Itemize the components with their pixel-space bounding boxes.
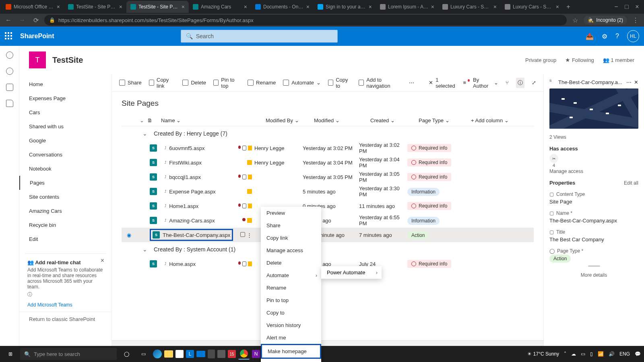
close-tab-icon[interactable]: × — [119, 4, 122, 10]
reload-button[interactable]: ⟳ — [31, 15, 41, 25]
close-tab-icon[interactable]: × — [369, 4, 372, 10]
col-created[interactable]: Created ⌄ — [370, 117, 419, 123]
tray-icon[interactable]: ▭ — [581, 351, 585, 357]
col-name[interactable]: Name ⌄ — [161, 117, 250, 123]
mail-icon[interactable] — [196, 351, 205, 357]
list-row[interactable]: S ⤴FirstWiki.aspx Henry LeggeYesterday a… — [122, 155, 534, 170]
menu-item-rename[interactable]: Rename — [261, 282, 321, 294]
cmd-pin[interactable]: Pin to top — [213, 77, 240, 89]
clear-selection-icon[interactable]: ✕ — [429, 80, 433, 86]
browser-tab[interactable]: TestSite - Site Pages -× — [64, 1, 126, 13]
close-pane-icon[interactable]: ✕ — [634, 79, 638, 85]
resize-grip[interactable] — [588, 265, 600, 267]
close-tab-icon[interactable]: × — [556, 4, 559, 10]
list-row[interactable]: S ⤴Home1.aspx 0 minutes ago11 minutes ag… — [122, 199, 534, 213]
wifi-icon[interactable]: 📶 — [598, 351, 604, 357]
nav-item[interactable]: Shared with us — [19, 119, 111, 134]
calc-icon[interactable] — [208, 350, 215, 358]
row-checkbox-checked[interactable]: ◉ — [127, 232, 131, 238]
list-row[interactable]: S ⤴6uovmnf5.aspx Henry LeggeYesterday at… — [122, 141, 534, 155]
chevron-down-icon[interactable]: ⌄ — [140, 130, 150, 137]
menu-item-version-history[interactable]: Version history — [261, 319, 321, 331]
incognito-indicator[interactable]: 🕵️ Incognito (2) — [584, 16, 627, 25]
filter-button[interactable]: ⑂ — [506, 80, 509, 86]
pagetype-value[interactable]: Action — [549, 255, 571, 263]
details-pane-toggle[interactable]: ⓘ — [516, 78, 524, 88]
close-tab-icon[interactable]: × — [493, 4, 497, 10]
menu-item-delete[interactable]: Delete — [261, 257, 321, 269]
file-type-header[interactable]: 🗎 — [147, 117, 161, 123]
browser-tab[interactable]: Luxury Cars - Sedans,× — [438, 1, 501, 13]
close-window[interactable]: × — [632, 2, 642, 12]
maximize-window[interactable]: □ — [621, 2, 632, 12]
nav-item[interactable]: Edit — [19, 232, 111, 246]
menu-item-more[interactable]: More — [261, 359, 321, 362]
nav-item[interactable]: Pages — [19, 176, 111, 190]
account-avatar[interactable]: HL — [627, 30, 639, 42]
nav-item[interactable]: Notebook — [19, 162, 111, 176]
browser-tab[interactable]: Sign in to your accou× — [314, 1, 376, 13]
required-info-badge[interactable]: Required info — [407, 202, 451, 210]
members-link[interactable]: 👥 1 member — [603, 57, 634, 63]
cmd-copy-to[interactable]: Copy to — [328, 77, 351, 89]
nav-item[interactable]: Recycle bin — [19, 218, 111, 232]
app-launcher-icon[interactable] — [5, 32, 13, 40]
flyout-power-automate[interactable]: Power Automate — [321, 266, 382, 279]
view-switcher[interactable]: ≡By Author ⌄ — [463, 77, 498, 89]
new-tab-button[interactable]: + — [563, 2, 574, 12]
browser-tab[interactable]: Luxury Cars - Sedans,× — [501, 1, 563, 13]
tray-chevron-icon[interactable]: ˄ — [564, 351, 566, 357]
required-info-badge[interactable]: Required info — [407, 144, 451, 152]
address-bar[interactable]: 🔒 https://citizenbuilders.sharepoint.com… — [44, 15, 567, 25]
promo-link[interactable]: Add Microsoft Teams — [27, 302, 103, 308]
close-tab-icon[interactable]: × — [57, 4, 60, 10]
cmd-share[interactable]: Share — [119, 80, 142, 86]
close-tab-icon[interactable]: × — [244, 4, 247, 10]
app-icon[interactable]: 15 — [228, 350, 236, 358]
cmd-rename[interactable]: Rename — [248, 80, 276, 86]
menu-item-automate[interactable]: Automate — [261, 269, 321, 282]
search-box[interactable]: 🔍 Search — [181, 30, 338, 43]
menu-item-pin-to-top[interactable]: Pin to top — [261, 294, 321, 306]
weather-widget[interactable]: ☀ 17°C Sunny — [527, 351, 559, 357]
nav-item[interactable]: Expenses Page — [19, 91, 111, 105]
cmd-delete[interactable]: Delete — [182, 80, 206, 86]
horizontal-scrollbar[interactable] — [112, 340, 543, 346]
nav-item[interactable]: Google — [19, 134, 111, 148]
store-icon[interactable] — [175, 350, 184, 358]
cmd-copy-link[interactable]: Copy link — [149, 77, 175, 89]
nav-item[interactable]: Conversations — [19, 148, 111, 162]
follow-button[interactable]: ★ Following — [565, 57, 594, 63]
edge-icon[interactable] — [153, 350, 162, 358]
app-icon[interactable] — [217, 350, 225, 358]
chevron-down-icon[interactable]: ⌄ — [136, 117, 147, 123]
site-logo[interactable]: T — [29, 51, 46, 68]
help-icon[interactable]: ? — [615, 33, 619, 40]
minimize-window[interactable]: − — [611, 2, 621, 12]
settings-gear-icon[interactable]: ⚙ — [602, 33, 607, 40]
forward-button[interactable]: → — [17, 15, 27, 25]
menu-item-copy-link[interactable]: Copy link — [261, 232, 321, 244]
nav-item[interactable]: Cars — [19, 105, 111, 119]
list-row[interactable]: S ⤴Amazing-Cars.aspx minutes agoYesterda… — [122, 213, 534, 228]
classic-link[interactable]: Return to classic SharePoint — [19, 312, 111, 326]
menu-item-make-homepage[interactable]: Make homepage — [261, 344, 321, 359]
close-promo-icon[interactable]: × — [101, 257, 104, 264]
start-button[interactable]: ⊞ — [3, 347, 18, 361]
more-details-link[interactable]: More details — [549, 272, 638, 278]
close-tab-icon[interactable]: × — [306, 4, 310, 10]
selection-count[interactable]: ✕ 1 selected — [429, 77, 456, 89]
task-view-icon[interactable]: ◯ — [119, 347, 134, 361]
menu-item-alert-me[interactable]: Alert me — [261, 331, 321, 344]
rail-home-icon[interactable] — [6, 51, 13, 59]
close-tab-icon[interactable]: × — [431, 4, 434, 10]
edit-all-link[interactable]: Edit all — [624, 180, 638, 186]
cmd-add-nav[interactable]: Add to navigation — [359, 77, 402, 89]
browser-tab[interactable]: TestSite - Site Pages -× — [126, 1, 189, 13]
nav-item[interactable]: Site contents — [19, 190, 111, 204]
browser-tab[interactable]: Documents - OneDriv× — [251, 1, 314, 13]
back-button[interactable]: ← — [3, 15, 14, 25]
browser-tab[interactable]: Microsoft Office Home× — [2, 1, 64, 13]
row-actions-icon[interactable]: ⋮ — [247, 232, 252, 238]
battery-icon[interactable]: ▯ — [590, 351, 593, 357]
